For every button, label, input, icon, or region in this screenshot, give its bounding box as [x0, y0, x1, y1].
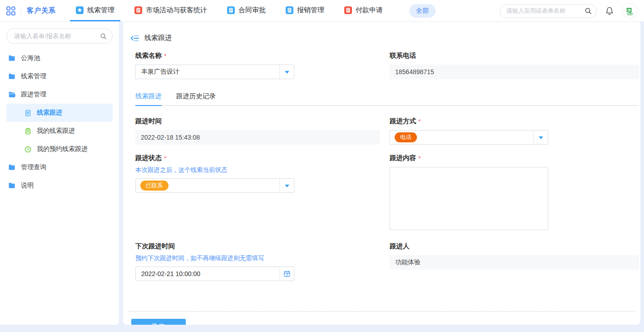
field-follower: 跟进人 功能体验 [390, 242, 639, 270]
doc-app-icon [286, 6, 293, 14]
field-label: 跟进状态 [135, 154, 162, 162]
sidebar-item-label: 我的预约线索跟进 [37, 145, 88, 153]
submit-divider [129, 311, 635, 312]
next-followup-datetime-picker [135, 267, 294, 281]
top-navigation-bar: 客户关系 线索管理 市场活动与获客统计 合同审批 报销管理 [0, 0, 644, 22]
sidebar-item-followup-management[interactable]: 跟进管理 [0, 86, 119, 104]
folder-icon [8, 164, 15, 171]
calendar-box[interactable] [279, 267, 294, 281]
main-panel: 线索跟进 线索名称 * 丰泉广告设计 联系电话 18564898715 [123, 22, 640, 325]
chevron-down-icon [539, 136, 543, 141]
contact-phone-value: 18564898715 [390, 65, 639, 79]
sidebar-item-public-pool[interactable]: 公海池 [0, 49, 119, 67]
nav-tab-marketing-stats[interactable]: 市场活动与获客统计 [129, 0, 213, 21]
field-label: 跟进方式 [390, 117, 416, 126]
tab-followup-history[interactable]: 跟进历史记录 [176, 92, 216, 106]
dropdown-caret-box[interactable] [279, 65, 294, 79]
field-label: 跟进人 [390, 242, 410, 251]
sidebar-item-instructions[interactable]: 说明 [0, 176, 119, 195]
method-tag: 电话 [395, 132, 417, 142]
sidebar-item-label: 线索管理 [21, 72, 46, 80]
search-icon[interactable] [585, 7, 592, 15]
folder-icon [8, 182, 15, 189]
sidebar-item-label: 说明 [21, 181, 34, 190]
lead-followup-form: 线索名称 * 丰泉广告设计 联系电话 18564898715 线索跟进 跟进历史… [123, 42, 640, 281]
sidebar-search-box [6, 28, 113, 44]
tab-lead-followup[interactable]: 线索跟进 [135, 92, 162, 106]
workspace-title[interactable]: 客户关系 [27, 6, 56, 15]
field-label: 线索名称 [135, 51, 162, 60]
sidebar-item-label: 跟进管理 [21, 91, 46, 99]
field-followup-content: 跟进内容 * [390, 154, 639, 232]
field-label: 联系电话 [390, 51, 416, 60]
submit-button[interactable]: 提交 [131, 319, 186, 325]
apps-grid-icon[interactable] [6, 6, 15, 15]
notification-bell-icon[interactable] [605, 6, 614, 16]
required-mark: * [164, 155, 166, 162]
followup-status-select[interactable]: 已联系 [135, 178, 294, 193]
doc-app-icon [134, 6, 142, 14]
folder-icon [8, 73, 15, 80]
chevron-down-icon [285, 185, 289, 190]
page-title: 线索跟进 [144, 34, 172, 42]
sidebar-item-label: 我的线索跟进 [37, 127, 75, 135]
page-header: 线索跟进 [123, 22, 640, 42]
field-followup-method: 跟进方式 * 电话 [390, 117, 639, 145]
sidebar-item-my-scheduled-followups[interactable]: 我的预约线索跟进 [0, 140, 119, 158]
follower-value: 功能体验 [390, 255, 639, 270]
dropdown-caret-box[interactable] [279, 179, 294, 192]
lead-name-select[interactable]: 丰泉广告设计 [135, 65, 294, 79]
folder-open-icon [8, 91, 15, 98]
doc-app-icon [227, 6, 235, 14]
sidebar-search-input[interactable] [14, 33, 100, 40]
status-hint: 本次跟进之后，这个线索当前状态 [135, 166, 380, 174]
clipboard-icon [24, 128, 31, 135]
clock-icon [24, 146, 31, 153]
app-search-box [500, 4, 597, 18]
followup-time-value: 2022-02-18 15:43:08 [135, 130, 380, 145]
required-mark: * [164, 52, 166, 60]
all-apps-pill[interactable]: 全部 [409, 4, 436, 18]
next-followup-datetime-input[interactable] [136, 270, 279, 277]
sidebar: 公海池 线索管理 跟进管理 [0, 22, 119, 325]
sidebar-item-lead-management[interactable]: 线索管理 [0, 67, 119, 86]
required-mark: * [418, 155, 421, 162]
document-icon [24, 110, 31, 116]
sidebar-item-label: 线索跟进 [37, 109, 62, 117]
sidebar-menu: 公海池 线索管理 跟进管理 [0, 49, 119, 195]
nav-tab-contract-approval[interactable]: 合同审批 [221, 0, 272, 21]
lead-name-value: 丰泉广告设计 [136, 68, 279, 76]
nav-tab-reimbursement[interactable]: 报销管理 [280, 0, 330, 21]
nav-tab-label: 付款申请 [356, 6, 383, 15]
nav-tab-label: 报销管理 [297, 6, 324, 15]
star-app-icon [76, 6, 84, 14]
field-next-followup-time: 下次跟进时间 预约下次跟进时间，如不再继续跟进则无需填写 [135, 242, 380, 281]
field-followup-time: 跟进时间 2022-02-18 15:43:08 [135, 117, 380, 145]
status-tag: 已联系 [140, 181, 168, 191]
field-contact-phone: 联系电话 18564898715 [390, 51, 639, 79]
sidebar-item-label: 管理查询 [21, 163, 46, 171]
sidebar-item-lead-followup[interactable]: 线索跟进 [6, 104, 113, 122]
field-lead-name: 线索名称 * 丰泉广告设计 [135, 51, 380, 79]
app-search-input[interactable] [506, 7, 585, 14]
doc-app-icon [344, 6, 352, 14]
nav-tab-lead-management[interactable]: 线索管理 [70, 0, 120, 21]
dropdown-caret-box[interactable] [533, 131, 548, 144]
nav-tab-payment-request[interactable]: 付款申请 [338, 0, 389, 21]
nav-tab-label: 合同审批 [238, 6, 266, 15]
sidebar-item-label: 公海池 [21, 54, 40, 62]
sidebar-item-management-query[interactable]: 管理查询 [0, 158, 119, 176]
collapse-sidebar-icon[interactable] [130, 35, 139, 42]
avatar[interactable] [622, 3, 638, 19]
calendar-icon [283, 270, 291, 277]
search-icon[interactable] [100, 33, 107, 40]
sidebar-item-my-lead-followups[interactable]: 我的线索跟进 [0, 122, 119, 140]
folder-icon [8, 55, 15, 61]
followup-content-textarea[interactable] [390, 167, 548, 230]
required-mark: * [418, 118, 421, 125]
chevron-down-icon [285, 71, 289, 76]
detail-tabs: 线索跟进 跟进历史记录 [135, 92, 639, 106]
field-followup-status: 跟进状态 * 本次跟进之后，这个线索当前状态 已联系 [135, 154, 380, 193]
followup-method-select[interactable]: 电话 [390, 130, 548, 145]
field-label: 跟进内容 [390, 154, 416, 162]
